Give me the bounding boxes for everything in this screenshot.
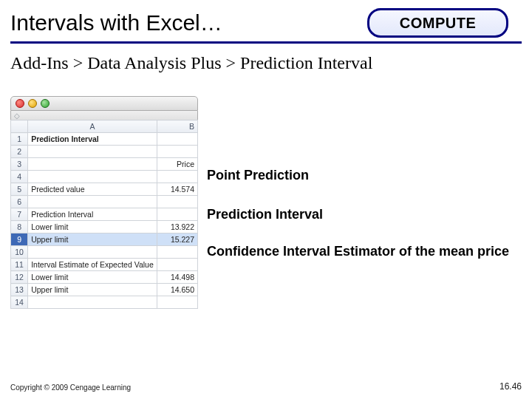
cell-a	[28, 196, 157, 208]
cell-a: Lower limit	[28, 271, 157, 284]
row-header: 1	[11, 133, 28, 146]
annotation-prediction-interval: Prediction Interval	[207, 207, 323, 222]
table-row: 12 Lower limit 14.498	[11, 271, 198, 284]
cell-b	[157, 208, 197, 221]
cell-b: 14.498	[157, 271, 197, 284]
row-header: 7	[11, 208, 28, 221]
cell-b	[157, 196, 197, 208]
table-row: 2	[11, 146, 198, 158]
row-header: 4	[11, 171, 28, 183]
table-row: 9 Upper limit 15.227	[11, 233, 198, 246]
row-header: 14	[11, 296, 28, 309]
compute-badge: COMPUTE	[367, 8, 508, 38]
slide-header: Intervals with Excel… COMPUTE	[10, 4, 522, 44]
mac-titlebar	[10, 96, 198, 111]
excel-toolbar: ◇	[10, 111, 198, 120]
row-header: 8	[11, 221, 28, 233]
col-header-b: B	[157, 120, 197, 133]
slide-title: Intervals with Excel…	[10, 10, 222, 35]
table-row: 13 Upper limit 14.650	[11, 284, 198, 296]
cell-b: 13.922	[157, 221, 197, 233]
table-row: 14	[11, 296, 198, 309]
excel-grid: A B 1 Prediction Interval 2 3 Price 4	[10, 120, 198, 309]
cell-a: Upper limit	[28, 233, 157, 246]
cell-b	[157, 133, 197, 146]
cell-a	[28, 296, 157, 309]
corner-cell	[11, 120, 28, 133]
cell-b: 14.574	[157, 183, 197, 196]
table-row: 8 Lower limit 13.922	[11, 221, 198, 233]
cell-a: Prediction Interval	[28, 133, 157, 146]
col-header-a: A	[28, 120, 157, 133]
cell-b: Price	[157, 158, 197, 171]
minimize-icon	[28, 99, 37, 108]
cell-a	[28, 171, 157, 183]
close-icon	[16, 99, 24, 108]
cell-a: Lower limit	[28, 221, 157, 233]
diamond-icon: ◇	[14, 112, 20, 120]
row-header: 11	[11, 259, 28, 271]
table-row: 11 Interval Estimate of Expected Value	[11, 259, 198, 271]
breadcrumb: Add-Ins > Data Analysis Plus > Predictio…	[10, 53, 372, 73]
table-row: 4	[11, 171, 198, 183]
cell-b: 14.650	[157, 284, 197, 296]
cell-b: 15.227	[157, 233, 197, 246]
cell-a	[28, 246, 157, 259]
cell-b	[157, 296, 197, 309]
table-row: 7 Prediction Interval	[11, 208, 198, 221]
cell-a: Upper limit	[28, 284, 157, 296]
cell-a	[28, 158, 157, 171]
copyright: Copyright © 2009 Cengage Learning	[10, 383, 131, 392]
row-header: 5	[11, 183, 28, 196]
row-header: 3	[11, 158, 28, 171]
zoom-icon	[41, 99, 50, 108]
cell-b	[157, 171, 197, 183]
row-header: 13	[11, 284, 28, 296]
table-row: 5 Predicted value 14.574	[11, 183, 198, 196]
cell-b	[157, 146, 197, 158]
table-row: 6	[11, 196, 198, 208]
row-header: 6	[11, 196, 28, 208]
row-header: 12	[11, 271, 28, 284]
column-header-row: A B	[11, 120, 198, 133]
cell-a: Prediction Interval	[28, 208, 157, 221]
table-row: 10	[11, 246, 198, 259]
cell-a: Interval Estimate of Expected Value	[28, 259, 157, 271]
excel-screenshot: ◇ A B 1 Prediction Interval 2 3 Price	[10, 96, 198, 309]
annotation-confidence-interval: Confidence Interval Estimator of the mea…	[207, 244, 509, 260]
cell-a: Predicted value	[28, 183, 157, 196]
row-header: 10	[11, 246, 28, 259]
page-number: 16.46	[499, 381, 522, 392]
row-header: 2	[11, 146, 28, 158]
cell-b	[157, 259, 197, 271]
annotation-point-prediction: Point Prediction	[207, 168, 309, 183]
table-row: 3 Price	[11, 158, 198, 171]
cell-b	[157, 246, 197, 259]
table-row: 1 Prediction Interval	[11, 133, 198, 146]
cell-a	[28, 146, 157, 158]
row-header: 9	[11, 233, 28, 246]
